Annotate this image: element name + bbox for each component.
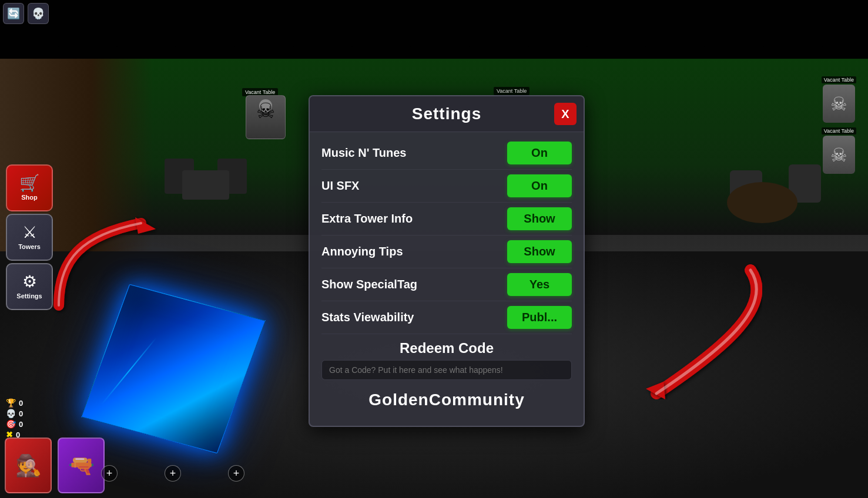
char-card-red: 🕵 [5,438,52,493]
annoying-tips-label: Annoying Tips [321,245,403,258]
sfx-toggle[interactable]: On [507,174,572,197]
redeem-section: Redeem Code GoldenCommunity [321,334,572,421]
logo-icon-1[interactable]: 🔄 [3,3,24,24]
skull-value: 0 [19,409,23,418]
top-avatar: ☠ [246,95,286,139]
setting-row-stats-viewability: Stats Viewability Publ... [321,301,572,334]
plus-button-2[interactable]: + [165,465,181,482]
music-toggle[interactable]: On [507,142,572,164]
close-button[interactable]: X [554,103,577,125]
towers-label: Towers [18,243,41,250]
dialog-header: Settings X [310,96,584,132]
right-avatar-char-1: ☠ [823,85,855,123]
shop-button[interactable]: 🛒 Shop [6,164,53,211]
char-card-purple-img: 🔫 [59,439,103,492]
target-value: 0 [19,420,23,429]
avatar-face: ☠ [256,100,275,122]
settings-dialog: Settings X Music N' Tunes On UI SFX On E… [309,95,585,427]
trophy-icon: 🏆 [6,398,16,408]
setting-row-music: Music N' Tunes On [321,137,572,170]
skull-icon: 💀 [6,409,16,418]
right-avatar-group-1: Vacant Table ☠ [822,76,856,123]
right-avatar-char-2: ☠ [823,136,855,174]
table-left [182,170,229,200]
redeem-code-display: GoldenCommunity [321,385,572,418]
stat-row-target: 🎯 0 [6,419,23,429]
plus-button-3[interactable]: + [228,465,244,482]
plus-button-1[interactable]: + [101,465,118,482]
left-sidebar: 🛒 Shop ⚔ Towers ⚙ Settings [6,164,53,310]
vacant-label-center: Vacant Table [494,87,529,95]
cube-line [100,338,156,405]
setting-row-tower-info: Extra Tower Info Show [321,203,572,235]
bottom-cards: 🕵 🔫 [0,433,109,498]
top-left-logos: 🔄 💀 [3,3,49,24]
right-vacant-label-2: Vacant Table [822,127,856,134]
char-card-red-img: 🕵 [6,439,51,492]
dialog-body: Music N' Tunes On UI SFX On Extra Tower … [310,132,584,426]
shop-label: Shop [21,194,38,201]
settings-sidebar-button[interactable]: ⚙ Settings [6,263,53,310]
dialog-title: Settings [412,105,481,123]
trophy-value: 0 [19,399,23,408]
music-label: Music N' Tunes [321,146,406,160]
target-icon: 🎯 [6,419,16,429]
setting-row-special-tag: Show SpecialTag Yes [321,268,572,301]
setting-row-sfx: UI SFX On [321,170,572,203]
special-tag-label: Show SpecialTag [321,278,417,291]
logo-icon-2[interactable]: 💀 [28,3,49,24]
sfx-label: UI SFX [321,179,359,193]
tower-info-toggle[interactable]: Show [507,207,572,230]
settings-label: Settings [16,292,42,300]
towers-button[interactable]: ⚔ Towers [6,214,53,261]
char-card-purple: 🔫 [58,438,105,493]
right-avatar-group-2: Vacant Table ☠ [822,127,856,174]
shop-icon: 🛒 [19,175,40,191]
tower-info-label: Extra Tower Info [321,212,413,226]
settings-icon: ⚙ [22,274,37,290]
setting-row-annoying-tips: Annoying Tips Show [321,235,572,268]
redeem-input[interactable] [321,360,572,380]
top-right-avatars: Vacant Table ☠ Vacant Table ☠ [822,76,856,174]
right-vacant-label-1: Vacant Table [822,76,856,83]
stat-row-skull: 💀 0 [6,409,23,418]
stat-row-trophy: 🏆 0 [6,398,23,408]
towers-icon: ⚔ [22,224,37,241]
special-tag-toggle[interactable]: Yes [507,273,572,296]
plus-buttons-row: + + + [101,465,244,482]
redeem-title: Redeem Code [321,340,572,356]
stats-viewability-label: Stats Viewability [321,311,414,324]
stats-viewability-toggle[interactable]: Publ... [507,306,572,329]
annoying-tips-toggle[interactable]: Show [507,240,572,263]
table-right [727,182,797,223]
